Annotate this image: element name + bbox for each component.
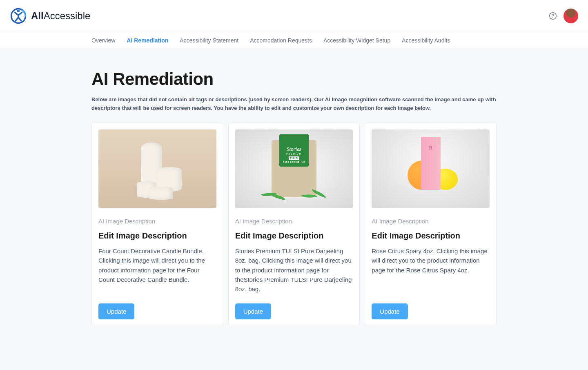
update-button[interactable]: Update <box>372 303 408 319</box>
main-content: AI Remediation Below are images that did… <box>41 49 547 343</box>
update-button[interactable]: Update <box>98 303 134 319</box>
card-description: Rose Citrus Spary 4oz. Clicking this ima… <box>372 246 490 294</box>
product-image[interactable]: R <box>372 129 490 208</box>
tab-accessibility-widget-setup[interactable]: Accessibility Widget Setup <box>323 32 390 49</box>
tab-accomodation-requests[interactable]: Accomodation Requests <box>250 32 312 49</box>
svg-point-3 <box>552 17 553 18</box>
tab-ai-remediation[interactable]: AI Remediation <box>127 32 168 49</box>
logo-text: AllAccessible <box>31 10 90 22</box>
card-title: Edit Image Description <box>372 231 490 241</box>
card-label: AI Image Description <box>98 218 216 225</box>
page-description: Below are images that did not contain al… <box>91 96 497 113</box>
header-actions <box>549 9 578 23</box>
avatar[interactable] <box>564 9 578 23</box>
nav-tabs: Overview AI Remediation Accessibility St… <box>0 32 588 49</box>
image-card: Stories PREMIUM TULSI PURE DARJEELING AI… <box>228 123 360 327</box>
tab-accessibility-statement[interactable]: Accessibility Statement <box>180 32 238 49</box>
image-card: R AI Image Description Edit Image Descri… <box>365 123 497 327</box>
tab-accessibility-audits[interactable]: Accessibility Audits <box>402 32 450 49</box>
logo-icon <box>10 7 27 25</box>
product-image[interactable]: Stories PREMIUM TULSI PURE DARJEELING <box>235 129 353 208</box>
logo[interactable]: AllAccessible <box>10 7 90 25</box>
app-header: AllAccessible <box>0 0 588 32</box>
product-image[interactable] <box>98 129 216 208</box>
svg-point-1 <box>17 10 20 12</box>
card-grid: AI Image Description Edit Image Descript… <box>91 123 497 327</box>
page-title: AI Remediation <box>91 69 497 89</box>
card-title: Edit Image Description <box>98 231 216 241</box>
tab-overview[interactable]: Overview <box>91 32 115 49</box>
card-label: AI Image Description <box>235 218 353 225</box>
help-icon[interactable] <box>549 12 557 20</box>
card-title: Edit Image Description <box>235 231 353 241</box>
card-description: Stories Premium TULSI Pure Darjeeling 8o… <box>235 246 353 294</box>
card-description: Four Count Decorative Candle Bundle. Cli… <box>98 246 216 294</box>
card-label: AI Image Description <box>372 218 490 225</box>
image-card: AI Image Description Edit Image Descript… <box>91 123 223 327</box>
update-button[interactable]: Update <box>235 303 271 319</box>
